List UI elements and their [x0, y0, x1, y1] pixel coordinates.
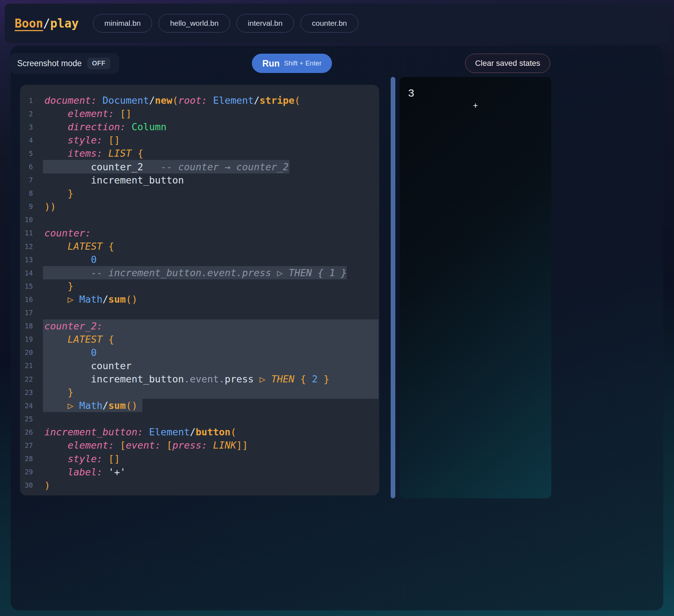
code-line: 29 label: '+'	[20, 465, 379, 479]
code-text: }	[44, 387, 73, 398]
code-line: 13 0	[20, 253, 379, 266]
code-line: 11counter:	[20, 226, 379, 240]
run-button[interactable]: Run Shift + Enter	[252, 54, 332, 73]
line-number: 25	[20, 415, 33, 423]
code-editor[interactable]: 1document: Document/new(root: Element/st…	[20, 85, 379, 495]
line-number: 6	[20, 163, 33, 171]
line-number: 18	[20, 322, 33, 330]
code-text: -- increment_button.event.press ▷ THEN {…	[44, 267, 347, 278]
code-text: style: []	[44, 453, 120, 464]
run-button-label: Run	[262, 58, 280, 69]
code-line: 25	[20, 412, 379, 425]
code-text: 0	[44, 254, 97, 265]
tab-counter-bn[interactable]: counter.bn	[301, 14, 358, 33]
code-line: 22 increment_button.event.press ▷ THEN {…	[20, 372, 379, 386]
code-line: 1document: Document/new(root: Element/st…	[20, 94, 379, 107]
app-logo[interactable]: Boon/play	[15, 16, 79, 30]
code-line: 5 items: LIST {	[20, 147, 379, 160]
line-number: 29	[20, 468, 33, 476]
code-text: increment_button.event.press ▷ THEN { 2 …	[44, 373, 329, 385]
code-line: 24 ▷ Math/sum()	[20, 399, 379, 412]
code-line: 8 }	[20, 187, 379, 200]
logo-separator: /	[43, 16, 50, 30]
line-number: 16	[20, 295, 33, 303]
line-number: 23	[20, 388, 33, 396]
code-line: 30)	[20, 479, 379, 492]
code-line: 19 LATEST {	[20, 333, 379, 346]
logo-brand-link[interactable]: Boon	[15, 16, 43, 30]
line-number: 28	[20, 455, 33, 463]
tab-minimal-bn[interactable]: minimal.bn	[93, 14, 152, 33]
code-text: LATEST {	[44, 241, 114, 252]
code-line: 10	[20, 213, 379, 226]
line-number: 12	[20, 243, 33, 250]
code-line: 12 LATEST {	[20, 240, 379, 253]
code-text: style: []	[44, 135, 120, 146]
code-text: counter_2:	[44, 321, 103, 332]
clear-saved-states-button[interactable]: Clear saved states	[465, 54, 550, 73]
selection-highlight	[43, 386, 378, 399]
line-number: 8	[20, 189, 33, 197]
code-line: 28 style: []	[20, 452, 379, 465]
code-text: ))	[44, 201, 56, 212]
code-text: items: LIST {	[44, 148, 143, 159]
line-number: 5	[20, 150, 33, 157]
code-line: 16 ▷ Math/sum()	[20, 293, 379, 306]
line-number: 2	[20, 110, 33, 118]
code-text: ▷ Math/sum()	[44, 294, 137, 305]
line-number: 1	[20, 97, 33, 104]
line-number: 9	[20, 202, 33, 210]
increment-button[interactable]: +	[473, 101, 478, 110]
line-number: 22	[20, 375, 33, 383]
panel-resizer[interactable]	[391, 77, 395, 498]
line-number: 7	[20, 176, 33, 184]
code-line: 27 element: [event: [press: LINK]]	[20, 439, 379, 452]
line-number: 15	[20, 282, 33, 290]
code-line: 15 }	[20, 279, 379, 293]
code-text: LATEST {	[44, 334, 114, 345]
code-line: 26increment_button: Element/button(	[20, 425, 379, 439]
code-line: 3 direction: Column	[20, 120, 379, 133]
code-text: counter_2 -- counter → counter_2	[44, 161, 289, 172]
code-text: }	[44, 188, 73, 199]
logo-app-name: play	[50, 16, 78, 30]
code-text: )	[44, 480, 50, 491]
screenshot-mode-toggle[interactable]: Screenshot mode OFF	[11, 53, 119, 74]
code-text: counter:	[44, 228, 91, 239]
top-bar: Boon/play minimal.bn hello_world.bn inte…	[5, 4, 669, 43]
line-number: 26	[20, 428, 33, 436]
code-line: 23 }	[20, 386, 379, 399]
code-text: direction: Column	[44, 121, 166, 132]
line-number: 24	[20, 402, 33, 410]
line-number: 19	[20, 335, 33, 343]
code-text: increment_button	[44, 175, 184, 186]
code-line: 21 counter	[20, 359, 379, 372]
code-line: 7 increment_button	[20, 173, 379, 187]
code-line: 4 style: []	[20, 133, 379, 147]
code-lines: 1document: Document/new(root: Element/st…	[20, 94, 379, 492]
code-line: 14 -- increment_button.event.press ▷ THE…	[20, 266, 379, 279]
run-button-shortcut: Shift + Enter	[284, 59, 322, 67]
code-text: counter	[44, 360, 132, 371]
line-number: 10	[20, 216, 33, 224]
code-text: increment_button: Element/button(	[44, 426, 236, 437]
code-text: ▷ Math/sum()	[44, 400, 137, 411]
line-number: 11	[20, 229, 33, 237]
line-number: 21	[20, 362, 33, 370]
line-number: 13	[20, 256, 33, 264]
screenshot-mode-label: Screenshot mode	[17, 59, 82, 68]
line-number: 27	[20, 441, 33, 449]
code-line: 6 counter_2 -- counter → counter_2	[20, 160, 379, 173]
code-line: 9))	[20, 200, 379, 213]
code-text: element: [event: [press: LINK]]	[44, 440, 248, 451]
code-line: 18counter_2:	[20, 319, 379, 333]
tab-hello-world-bn[interactable]: hello_world.bn	[158, 14, 230, 33]
preview-panel: 3 +	[400, 77, 551, 498]
screenshot-mode-value: OFF	[87, 58, 110, 69]
tab-interval-bn[interactable]: interval.bn	[236, 14, 294, 33]
code-text: element: []	[44, 108, 132, 119]
line-number: 30	[20, 481, 33, 489]
line-number: 20	[20, 348, 33, 356]
code-line: 20 0	[20, 346, 379, 359]
code-text: }	[44, 280, 73, 292]
